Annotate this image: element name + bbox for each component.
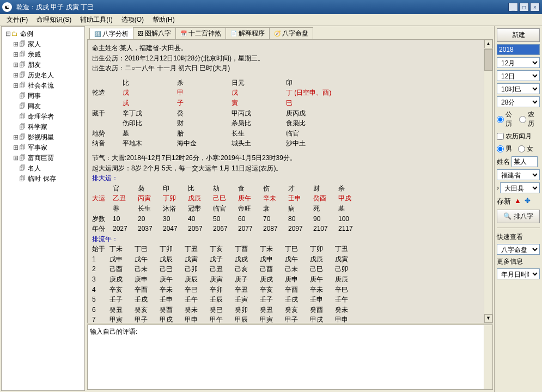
tab-chart[interactable]: 🧭八字命盘 <box>269 27 313 39</box>
app-icon: ☯ <box>2 2 12 12</box>
menu-help[interactable]: 帮助(H) <box>149 14 178 26</box>
tree-item[interactable]: ⊞🗐 朋友 <box>3 60 83 70</box>
tab-icon: 🔠 <box>94 31 101 37</box>
tab-bazi-analysis[interactable]: 🔠八字分析 <box>89 28 133 40</box>
tree-item[interactable]: 🗐 科学家 <box>3 122 83 132</box>
tree-item[interactable]: ⊞🗐 亲戚 <box>3 50 83 60</box>
chevron-right-icon: › <box>497 184 499 192</box>
pailiunian-title: 排流年： <box>92 234 488 244</box>
day-select[interactable]: 12日 <box>497 70 540 81</box>
comment-box[interactable]: 输入自己的评语: <box>87 324 493 390</box>
name-input[interactable] <box>511 156 538 167</box>
paidayun-title: 排大运： <box>92 173 488 183</box>
move-icon[interactable]: ✥ <box>525 197 531 206</box>
tab-icon: 📄 <box>230 30 237 36</box>
menu-file[interactable]: 文件(F) <box>3 14 31 26</box>
solar-radio[interactable] <box>497 116 504 123</box>
scroll-up-icon[interactable]: ▲ <box>484 40 492 48</box>
workspace: ⊟🗀 命例 ⊞🗐 家人⊞🗐 亲戚⊞🗐 朋友⊞🗐 历史名人⊞🗐 社会名流 🗐 同事… <box>0 26 542 392</box>
tree-item[interactable]: ⊞🗐 社会名流 <box>3 81 83 91</box>
header-line-2: 出生公历：2018年12月12日10时28分(北京时间)，星期三。 <box>92 53 488 64</box>
tab-icon: 📅 <box>180 30 187 36</box>
tree-item[interactable]: 🗐 命理学者 <box>3 112 83 122</box>
new-button[interactable]: 新建 <box>497 28 540 42</box>
tab-explain[interactable]: 📄解释程序 <box>226 27 270 39</box>
county-select[interactable]: 大田县 <box>500 182 540 193</box>
tree-item[interactable]: 🗐 临时 保存 <box>3 174 83 184</box>
menu-options[interactable]: 选项(O) <box>118 14 147 26</box>
center-panel: 🔠八字分析 🖼图解八字 📅十二宫神煞 📄解释程序 🧭八字命盘 命主姓名:某人，福… <box>86 26 494 392</box>
dayun-grid: 官枭印比劫食伤才财杀大运乙丑丙寅丁卯戊辰己巳庚午辛未壬申癸酉甲戌养长生沐浴冠带临… <box>92 183 488 234</box>
leap-row: 农历闰月 <box>497 131 540 142</box>
quick-view-label: 快速查看 <box>497 232 540 242</box>
analysis-pane[interactable]: 命主姓名:某人，福建省-大田县。 出生公历：2018年12月12日10时28分(… <box>87 39 493 323</box>
save-row: 存新 ▲ ✥ <box>497 195 540 207</box>
tree-root[interactable]: ⊟🗀 命例 <box>3 29 83 39</box>
header-line-3: 出生农历：二○一八年 十一月 初六日 巳时(大月) <box>92 63 488 74</box>
tab-diagram[interactable]: 🖼图解八字 <box>133 27 176 39</box>
jieqi-line: 节气：大雪:2018年12月7日12时26分，小寒:2019年1月5日23时39… <box>92 153 488 163</box>
comment-scrollbar[interactable] <box>484 325 492 389</box>
minute-select[interactable]: 28分 <box>497 96 540 107</box>
month-select[interactable]: 12月 <box>497 57 540 68</box>
calendar-radio-row: 公历 农历 <box>497 109 540 129</box>
analysis-scrollbar[interactable]: ▲ ▼ <box>484 40 492 323</box>
tree-item[interactable]: ⊞🗐 影视明星 <box>3 132 83 143</box>
comment-prompt: 输入自己的评语: <box>90 328 137 335</box>
tree-item[interactable]: 🗐 网友 <box>3 101 83 112</box>
scroll-down-icon[interactable]: ▼ <box>484 314 492 323</box>
tab-bar: 🔠八字分析 🖼图解八字 📅十二宫神煞 📄解释程序 🧭八字命盘 <box>86 27 494 39</box>
hour-select[interactable]: 10时巳 <box>497 83 540 94</box>
menu-tools[interactable]: 辅助工具(I) <box>77 14 115 26</box>
tree-item[interactable]: ⊞🗐 家人 <box>3 39 83 50</box>
paibazi-button[interactable]: 🔍 排八字 <box>497 210 540 223</box>
tree-item[interactable]: 🗐 名人 <box>3 163 83 174</box>
sidebar-tree[interactable]: ⊟🗀 命例 ⊞🗐 家人⊞🗐 亲戚⊞🗐 朋友⊞🗐 历史名人⊞🗐 社会名流 🗐 同事… <box>1 26 85 391</box>
tree-item[interactable]: 🗐 同事 <box>3 91 83 101</box>
tree-item[interactable]: ⊞🗐 军事家 <box>3 143 83 153</box>
tree-item[interactable]: ⊞🗐 富商巨贾 <box>3 153 83 163</box>
female-radio[interactable] <box>518 145 525 152</box>
more-info-select[interactable]: 年月日时断命 <box>497 268 540 279</box>
gender-radio-row: 男 女 <box>497 144 540 154</box>
menu-knowledge[interactable]: 命理知识(S) <box>33 14 75 26</box>
minimize-button[interactable]: _ <box>508 3 518 11</box>
header-line-1: 命主姓名:某人，福建省-大田县。 <box>92 43 488 53</box>
menu-bar: 文件(F) 命理知识(S) 辅助工具(I) 选项(O) 帮助(H) <box>0 14 542 26</box>
tree-item[interactable]: ⊞🗐 历史名人 <box>3 70 83 81</box>
male-radio[interactable] <box>497 145 504 152</box>
lunar-radio[interactable] <box>519 116 526 123</box>
tab-icon: 🖼 <box>138 30 143 36</box>
tab-palaces[interactable]: 📅十二宫神煞 <box>175 27 226 39</box>
tab-icon: 🧭 <box>274 30 281 36</box>
pillars-grid: 比杀日元印乾造戊甲戊丁 (日空申、酉)戌子寅巳藏干辛丁戊癸甲丙戊庚丙戊伤印比财杀… <box>92 78 488 149</box>
maximize-button[interactable]: □ <box>519 3 529 11</box>
close-button[interactable]: × <box>530 3 540 11</box>
province-select[interactable]: 福建省 <box>497 169 540 180</box>
year-input[interactable] <box>497 44 540 55</box>
window-title: 乾造：戊戌 甲子 戊寅 丁巳 <box>16 3 507 12</box>
more-info-label: 更多信息 <box>497 257 540 266</box>
name-row: 姓名 <box>497 156 540 167</box>
quick-view-select[interactable]: 八字命盘 <box>497 244 540 255</box>
arrow-up-icon[interactable]: ▲ <box>514 197 521 206</box>
leap-checkbox[interactable] <box>497 133 504 140</box>
title-bar: ☯ 乾造：戊戌 甲子 戊寅 丁巳 _ □ × <box>0 0 542 14</box>
liunian-grid: 始于丁未丁巳丁卯丁丑丁亥丁酉丁未丁巳丁卯丁丑1戊申戊午戊辰戊寅戊子戊戌戊申戊午戊… <box>92 244 488 323</box>
right-panel: 新建 12月 12日 10时巳 28分 公历 农历 农历闰月 男 女 姓名 福建… <box>494 26 542 392</box>
scroll-thumb[interactable] <box>484 49 492 71</box>
qidayun-line: 起大运周岁：8岁 2个月 5天，每一交大运年 1月 11日起运(农历)。 <box>92 163 488 174</box>
